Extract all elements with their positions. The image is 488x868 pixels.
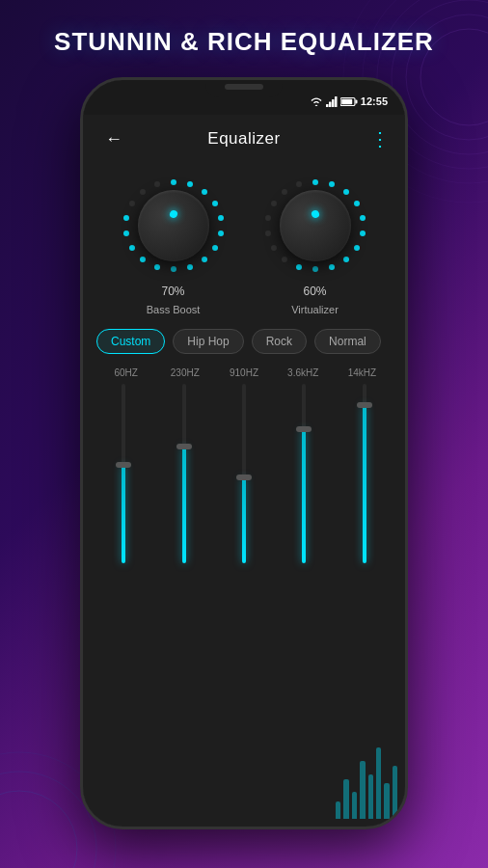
svg-rect-9: [326, 104, 329, 107]
svg-point-26: [154, 264, 160, 270]
slider-track-14khz[interactable]: [363, 384, 366, 563]
slider-910hz[interactable]: [217, 384, 271, 563]
preset-custom[interactable]: Custom: [96, 329, 165, 354]
svg-point-21: [218, 231, 224, 236]
slider-thumb-910hz[interactable]: [236, 475, 252, 480]
svg-rect-14: [355, 99, 357, 103]
svg-rect-11: [332, 99, 335, 107]
slider-track-3600hz[interactable]: [302, 384, 306, 563]
svg-point-24: [187, 264, 193, 270]
freq-label-14khz: 14kHZ: [333, 367, 392, 378]
slider-fill-3600hz: [302, 429, 306, 564]
svg-point-36: [343, 189, 349, 195]
svg-point-42: [329, 264, 335, 270]
svg-point-45: [282, 257, 287, 262]
slider-thumb-230hz[interactable]: [176, 444, 192, 449]
svg-point-43: [312, 266, 318, 272]
eq-bar-4: [360, 761, 365, 819]
frequency-labels: 60HZ 230HZ 910HZ 3.6kHZ 14kHZ: [83, 362, 405, 380]
preset-normal[interactable]: Normal: [314, 329, 381, 354]
svg-point-25: [171, 266, 176, 272]
svg-point-30: [123, 215, 129, 221]
svg-point-35: [329, 181, 335, 187]
signal-icon: [326, 96, 338, 107]
battery-icon: [340, 96, 358, 107]
app-title: STUNNIN & RICH EQUALIZER: [0, 27, 488, 57]
bass-boost-dial[interactable]: [138, 190, 209, 261]
svg-point-20: [218, 215, 224, 221]
slider-fill-60hz: [122, 465, 125, 563]
svg-rect-12: [335, 96, 338, 107]
svg-point-33: [154, 181, 160, 187]
phone-body: 12:55 ← Equalizer ⋮: [80, 77, 408, 829]
svg-point-32: [140, 189, 146, 195]
eq-bar-8: [393, 766, 397, 819]
app-screen: ← Equalizer ⋮: [83, 115, 405, 827]
svg-point-22: [212, 245, 218, 251]
freq-label-60hz: 60HZ: [96, 367, 155, 378]
status-bar: 12:55: [83, 80, 405, 115]
status-icons: 12:55: [310, 95, 388, 107]
preset-rock[interactable]: Rock: [252, 329, 307, 354]
virtualizer-knob-container: 60% Virtualizer: [262, 173, 368, 315]
menu-dots-icon[interactable]: ⋮: [370, 127, 390, 150]
svg-point-18: [202, 189, 207, 195]
bass-boost-knob-container: 70% Bass Boost: [121, 173, 227, 315]
svg-point-6: [0, 791, 77, 868]
eq-sliders: [83, 380, 405, 573]
slider-3600hz[interactable]: [277, 384, 331, 563]
svg-point-16: [171, 179, 176, 185]
virtualizer-label: Virtualizer: [291, 304, 339, 315]
svg-point-44: [296, 264, 302, 270]
svg-point-39: [360, 231, 366, 236]
eq-bar-6: [376, 747, 381, 819]
svg-point-17: [187, 181, 193, 187]
bass-boost-percentage: 70%: [161, 285, 184, 298]
slider-230hz[interactable]: [156, 384, 210, 563]
slider-track-910hz[interactable]: [242, 384, 246, 563]
freq-label-230hz: 230HZ: [155, 367, 214, 378]
virtualizer-knob[interactable]: [262, 173, 368, 279]
knobs-section: 70% Bass Boost: [83, 163, 405, 321]
phone-speaker: [225, 84, 263, 90]
bass-boost-indicator: [168, 209, 177, 219]
svg-point-51: [296, 181, 302, 187]
back-button[interactable]: ←: [98, 123, 129, 154]
svg-point-46: [271, 245, 277, 251]
svg-point-48: [265, 215, 271, 221]
bass-boost-knob[interactable]: [121, 173, 227, 279]
slider-fill-910hz: [242, 477, 246, 563]
presets-row: Custom Hip Hop Rock Normal: [83, 321, 405, 362]
phone-notch: [205, 80, 283, 97]
virtualizer-dial[interactable]: [280, 190, 351, 261]
eq-bar-3: [352, 792, 357, 819]
svg-point-34: [312, 179, 318, 185]
svg-point-27: [140, 257, 146, 262]
freq-label-3600hz: 3.6kHZ: [274, 367, 333, 378]
screen-title: Equalizer: [207, 129, 280, 149]
slider-track-230hz[interactable]: [182, 384, 186, 563]
svg-point-38: [360, 215, 366, 221]
freq-label-910hz: 910HZ: [214, 367, 273, 378]
svg-rect-15: [341, 98, 352, 104]
eq-bar-2: [343, 779, 348, 819]
slider-thumb-60hz[interactable]: [116, 462, 131, 468]
slider-track-60hz[interactable]: [122, 384, 125, 563]
svg-point-47: [265, 231, 271, 236]
eq-bar-7: [384, 783, 389, 819]
slider-14khz[interactable]: [338, 384, 392, 563]
preset-hip-hop[interactable]: Hip Hop: [173, 329, 243, 354]
svg-point-49: [271, 201, 277, 206]
wifi-icon: [310, 96, 323, 107]
virtualizer-percentage: 60%: [303, 285, 326, 298]
slider-fill-14khz: [363, 405, 366, 563]
eq-bar-5: [368, 774, 373, 819]
slider-thumb-14khz[interactable]: [357, 402, 372, 408]
bass-boost-label: Bass Boost: [147, 304, 201, 315]
svg-point-28: [129, 245, 135, 251]
slider-thumb-3600hz[interactable]: [296, 426, 312, 432]
slider-60hz[interactable]: [96, 384, 150, 563]
svg-point-41: [343, 257, 349, 262]
svg-point-29: [123, 231, 129, 236]
svg-point-23: [202, 257, 207, 262]
